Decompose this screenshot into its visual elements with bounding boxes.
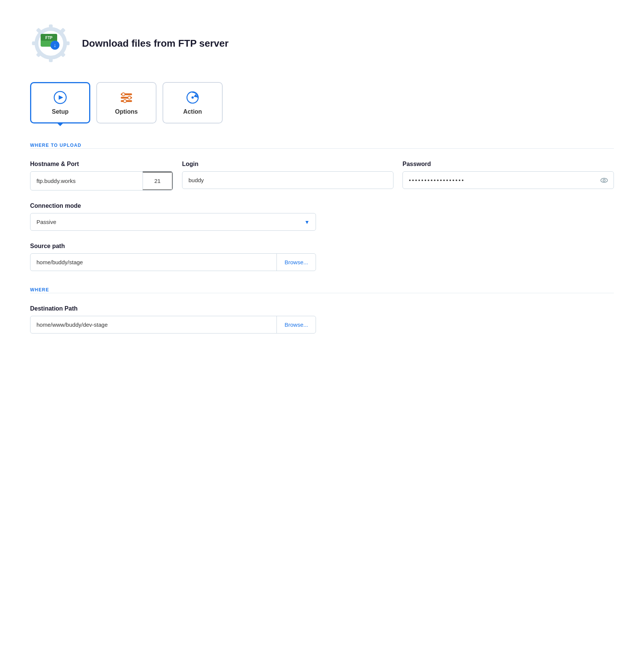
password-group: Password — [402, 161, 614, 189]
source-path-label: Source path — [30, 243, 614, 250]
svg-point-23 — [601, 178, 608, 182]
show-password-button[interactable] — [595, 176, 614, 184]
destination-path-browse-button[interactable]: Browse... — [276, 316, 316, 333]
where-to-upload-label: WHERE TO UPLOAD — [30, 143, 81, 148]
hostname-label: Hostname & Port — [30, 161, 173, 168]
svg-point-18 — [122, 93, 125, 96]
setup-tab-icon — [53, 90, 67, 105]
page-title: Download files from FTP server — [82, 38, 229, 49]
where-label: WHERE — [30, 287, 49, 292]
svg-rect-2 — [49, 57, 53, 62]
tab-setup[interactable]: Setup — [30, 82, 90, 123]
connection-fields-row: Hostname & Port Login Password — [30, 161, 614, 190]
page-header: FTP ↓ Download files from FTP server — [30, 23, 614, 64]
login-input-wrap — [182, 171, 393, 189]
password-label: Password — [402, 161, 614, 168]
destination-path-browse-wrap: Browse... — [30, 316, 316, 334]
connection-mode-block: Connection mode Passive Active ▼ — [30, 203, 614, 231]
svg-text:↓: ↓ — [54, 42, 56, 48]
port-input[interactable] — [143, 172, 173, 190]
tab-options[interactable]: Options — [96, 82, 156, 123]
options-tab-icon — [119, 90, 134, 105]
source-path-browse-button[interactable]: Browse... — [276, 254, 316, 271]
destination-path-block: Destination Path Browse... — [30, 305, 614, 334]
connection-mode-select-wrap: Passive Active ▼ — [30, 213, 316, 231]
tab-setup-label: Setup — [52, 108, 68, 115]
svg-point-24 — [603, 179, 605, 181]
destination-path-input[interactable] — [30, 316, 276, 333]
svg-text:FTP: FTP — [46, 36, 53, 40]
hostname-input[interactable] — [30, 172, 143, 190]
login-group: Login — [182, 161, 393, 189]
login-label: Login — [182, 161, 393, 168]
where-to-upload-section: WHERE TO UPLOAD Hostname & Port Login Pa… — [30, 142, 614, 271]
source-path-browse-wrap: Browse... — [30, 253, 316, 271]
hostname-input-wrap — [30, 171, 173, 190]
action-tab-icon — [185, 90, 200, 105]
connection-mode-label: Connection mode — [30, 203, 614, 209]
app-icon: FTP ↓ — [30, 23, 71, 64]
svg-rect-1 — [49, 24, 53, 30]
hostname-group: Hostname & Port — [30, 161, 173, 190]
svg-point-20 — [123, 100, 126, 103]
connection-mode-select[interactable]: Passive Active — [30, 213, 316, 230]
svg-rect-4 — [64, 41, 70, 45]
svg-point-22 — [191, 96, 194, 99]
svg-point-19 — [128, 96, 131, 99]
source-path-input[interactable] — [30, 254, 276, 271]
password-input[interactable] — [403, 172, 595, 189]
tab-action[interactable]: Action — [163, 82, 223, 123]
password-input-wrap — [402, 171, 614, 189]
login-input[interactable] — [182, 172, 393, 189]
tab-bar: Setup Options Action — [30, 82, 614, 123]
destination-path-label: Destination Path — [30, 305, 614, 312]
where-section: WHERE Destination Path Browse... — [30, 286, 614, 334]
svg-rect-3 — [32, 41, 37, 45]
tab-options-label: Options — [115, 108, 138, 115]
tab-action-label: Action — [183, 108, 202, 115]
source-path-block: Source path Browse... — [30, 243, 614, 271]
